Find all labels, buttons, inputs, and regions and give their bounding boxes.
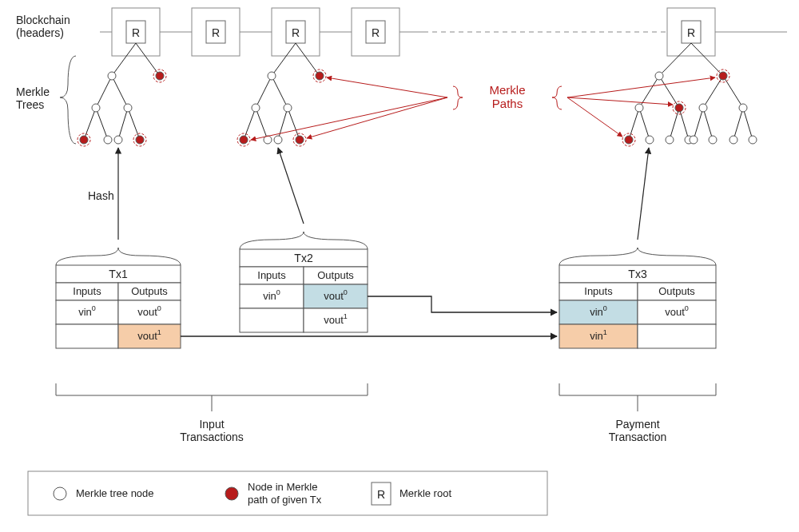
svg-point-74 [646,136,654,144]
svg-line-20 [112,76,128,108]
merkle-paths-label-1: Merkle [489,83,525,97]
svg-text:R: R [212,26,220,39]
merkle-trees-brace [60,56,76,144]
tx2-outputs-header: Outputs [317,269,354,281]
svg-text:R: R [377,488,385,501]
svg-line-19 [96,76,112,108]
svg-line-86 [567,97,622,137]
svg-point-30 [136,136,144,144]
merkle-path-node [673,101,686,114]
legend-root-text: Merkle root [400,487,451,499]
merkle-tree-block5 [622,43,757,146]
merkle-node [114,136,122,144]
svg-line-23 [118,108,128,140]
svg-line-83 [251,97,447,140]
svg-point-75 [666,136,674,144]
svg-point-45 [240,136,248,144]
tx3-inputs-header: Inputs [584,285,613,297]
svg-point-70 [699,104,707,112]
svg-rect-99 [240,308,304,332]
header-box-5: R [667,8,715,56]
merkle-path-node [622,133,635,146]
header-box-2: R [192,8,240,56]
svg-line-85 [567,97,673,105]
merkle-tree-block1 [78,43,166,146]
svg-line-33 [256,76,272,108]
svg-point-28 [80,136,88,144]
payment-tx-label-1: Payment [615,418,659,431]
merkle-path-node [153,69,166,82]
merkle-trees-label-2: Trees [16,98,44,111]
svg-line-55 [723,76,743,108]
svg-point-71 [739,104,747,112]
svg-rect-107 [638,324,716,348]
svg-line-22 [96,108,108,140]
tx2-brace [240,232,368,249]
merkle-node [104,136,112,144]
tx2-title: Tx2 [294,252,313,264]
svg-point-41 [316,72,324,80]
merkle-path-node [133,133,146,146]
svg-line-36 [256,108,268,140]
hash-arrow-tx3 [638,148,649,240]
svg-point-49 [296,136,304,144]
input-tx-label-2: Transactions [180,431,244,443]
merkle-paths-annotation: Merkle Paths [453,83,562,110]
tx3-title: Tx3 [628,268,647,280]
merkle-path-node [717,69,729,82]
svg-point-79 [729,136,737,144]
legend-path-node-text-2: path of given Tx [248,494,322,506]
svg-text:R: R [687,26,695,39]
tx2-inputs-header: Inputs [257,269,286,281]
svg-line-82 [307,97,447,138]
merkle-path-node [313,69,326,82]
svg-point-42 [252,104,260,112]
legend-path-node-text-1: Node in Merkle [248,481,317,493]
svg-point-80 [749,136,757,144]
svg-line-54 [703,76,723,108]
tx3-table: Tx3 Inputs Outputs vin0 vout0 vin1 [559,265,716,348]
svg-point-47 [274,136,282,144]
svg-line-84 [567,77,715,97]
svg-line-57 [639,108,650,140]
svg-point-73 [625,136,633,144]
tx1-table: Tx1 Inputs Outputs vin0 vout0 vout1 [56,265,181,348]
legend: Merkle tree node Node in Merkle path of … [28,471,547,515]
merkle-node [108,72,116,80]
spend-arrow-tx2-to-tx3 [368,296,557,312]
svg-line-35 [244,108,256,140]
svg-line-60 [694,108,703,140]
tx2-table: Tx2 Inputs Outputs vin0 vout0 vout1 [240,249,368,332]
svg-point-39 [268,72,276,80]
tx1-inputs-header: Inputs [73,285,101,297]
svg-text:R: R [292,26,300,39]
svg-point-69 [675,104,683,112]
merkle-path-node [293,133,306,146]
svg-point-64 [655,72,663,80]
hash-arrow-tx2 [278,148,304,224]
svg-line-56 [629,108,639,140]
tx1-brace [56,248,181,265]
payment-tx-label-2: Transaction [609,431,667,443]
svg-line-81 [327,77,447,97]
svg-line-53 [659,76,679,108]
svg-line-63 [743,108,753,140]
header-box-3: R [272,8,320,56]
merkle-path-arrows [251,77,715,140]
svg-text:R: R [372,26,380,39]
svg-line-62 [733,108,743,140]
hash-label: Hash [88,189,114,202]
svg-point-67 [635,104,643,112]
payment-tx-bracket: Payment Transaction [559,383,716,443]
tx3-outputs-header: Outputs [658,285,695,297]
svg-line-21 [84,108,96,140]
blockchain-headers-label-1: Blockchain [16,14,70,26]
svg-line-37 [278,108,288,140]
svg-point-26 [156,72,164,80]
svg-line-34 [272,76,288,108]
tx3-brace [559,248,716,265]
svg-point-78 [709,136,717,144]
header-box-1: R [112,8,160,56]
input-tx-label-1: Input [199,418,224,431]
legend-merkle-node-text: Merkle tree node [76,487,154,499]
